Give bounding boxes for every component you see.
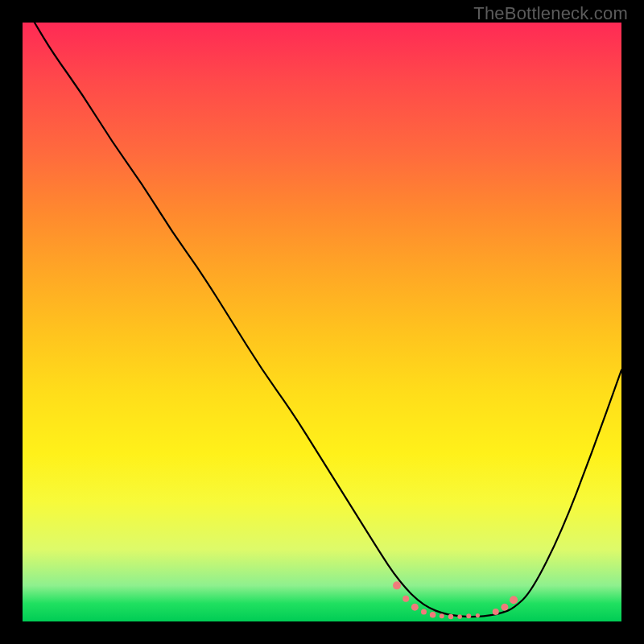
marker-dot xyxy=(440,613,444,618)
marker-dot xyxy=(393,581,401,589)
watermark-text: TheBottleneck.com xyxy=(473,3,628,24)
series-curve xyxy=(35,23,621,617)
marker-dot xyxy=(510,596,518,604)
marker-dot xyxy=(457,614,462,619)
chart-svg xyxy=(23,23,621,621)
marker-dot xyxy=(402,596,409,602)
marker-dot xyxy=(448,614,453,619)
marker-dot xyxy=(430,612,436,618)
marker-dot xyxy=(476,613,480,617)
plot-area xyxy=(23,23,621,621)
marker-dot xyxy=(493,609,499,615)
marker-dot xyxy=(411,604,419,611)
chart-frame: TheBottleneck.com xyxy=(0,0,644,644)
marker-dot xyxy=(501,604,508,611)
marker-dot xyxy=(466,613,471,618)
marker-dot xyxy=(421,609,427,615)
